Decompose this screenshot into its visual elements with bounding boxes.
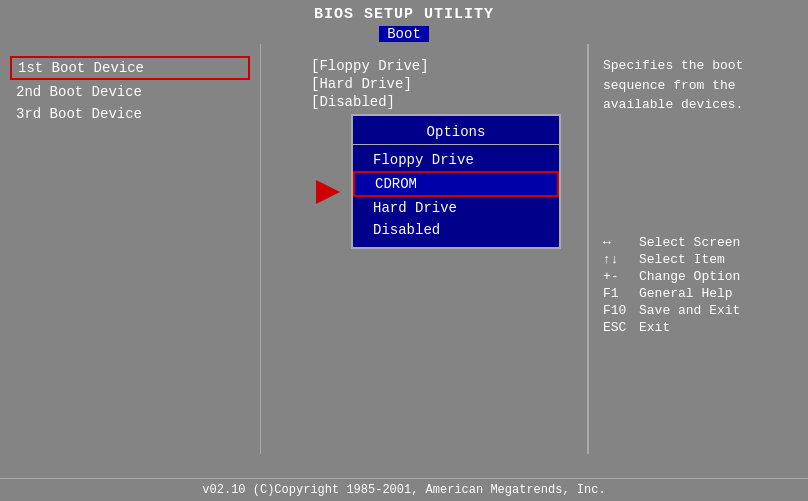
boot-item-1st[interactable]: 1st Boot Device: [10, 56, 250, 80]
key-desc-general-help: General Help: [639, 286, 794, 301]
dropdown-title: Options: [353, 122, 559, 145]
boot-device-dropdown[interactable]: Options Floppy Drive CDROM Hard Drive Di…: [351, 114, 561, 249]
help-text: Specifies the boot sequence from the ava…: [603, 56, 794, 115]
footer: v02.10 (C)Copyright 1985-2001, American …: [0, 478, 808, 501]
boot-item-3rd[interactable]: 3rd Boot Device: [10, 104, 250, 124]
boot-value-3: [Disabled]: [271, 94, 577, 110]
key-row-change-option: +- Change Option: [603, 269, 794, 284]
boot-values: [Floppy Drive] [Hard Drive] [Disabled]: [271, 56, 577, 114]
header: BIOS SETUP UTILITY Boot: [0, 0, 808, 44]
key-legend: ↔ Select Screen ↑↓ Select Item +- Change…: [603, 235, 794, 335]
left-panel: 1st Boot Device 2nd Boot Device 3rd Boot…: [0, 44, 260, 454]
bios-title: BIOS SETUP UTILITY: [0, 6, 808, 23]
key-symbol-plus-minus: +-: [603, 269, 639, 284]
key-desc-select-item: Select Item: [639, 252, 794, 267]
key-desc-change-option: Change Option: [639, 269, 794, 284]
center-panel: [Floppy Drive] [Hard Drive] [Disabled] O…: [261, 44, 587, 454]
dropdown-item-floppy[interactable]: Floppy Drive: [353, 149, 559, 171]
dropdown-item-disabled[interactable]: Disabled: [353, 219, 559, 241]
key-row-f10: F10 Save and Exit: [603, 303, 794, 318]
dropdown-item-hdd[interactable]: Hard Drive: [353, 197, 559, 219]
arrow-container: [316, 180, 340, 208]
key-desc-select-screen: Select Screen: [639, 235, 794, 250]
key-symbol-f10: F10: [603, 303, 639, 318]
bios-subtitle: Boot: [379, 26, 429, 42]
right-panel: Specifies the boot sequence from the ava…: [588, 44, 808, 454]
key-symbol-f1: F1: [603, 286, 639, 301]
footer-text: v02.10 (C)Copyright 1985-2001, American …: [202, 483, 605, 497]
key-symbol-arrows-ud: ↑↓: [603, 252, 639, 267]
key-row-select-item: ↑↓ Select Item: [603, 252, 794, 267]
arrow-icon: [316, 180, 340, 204]
key-row-esc: ESC Exit: [603, 320, 794, 335]
boot-value-1: [Floppy Drive]: [271, 58, 577, 74]
key-desc-exit: Exit: [639, 320, 794, 335]
dropdown-item-cdrom[interactable]: CDROM: [353, 171, 559, 197]
key-row-f1: F1 General Help: [603, 286, 794, 301]
bios-screen: BIOS SETUP UTILITY Boot 1st Boot Device …: [0, 0, 808, 501]
key-desc-save-exit: Save and Exit: [639, 303, 794, 318]
key-symbol-esc: ESC: [603, 320, 639, 335]
key-row-select-screen: ↔ Select Screen: [603, 235, 794, 250]
boot-item-2nd[interactable]: 2nd Boot Device: [10, 82, 250, 102]
panels-row: 1st Boot Device 2nd Boot Device 3rd Boot…: [0, 44, 808, 454]
key-symbol-arrows-lr: ↔: [603, 235, 639, 250]
boot-value-2: [Hard Drive]: [271, 76, 577, 92]
